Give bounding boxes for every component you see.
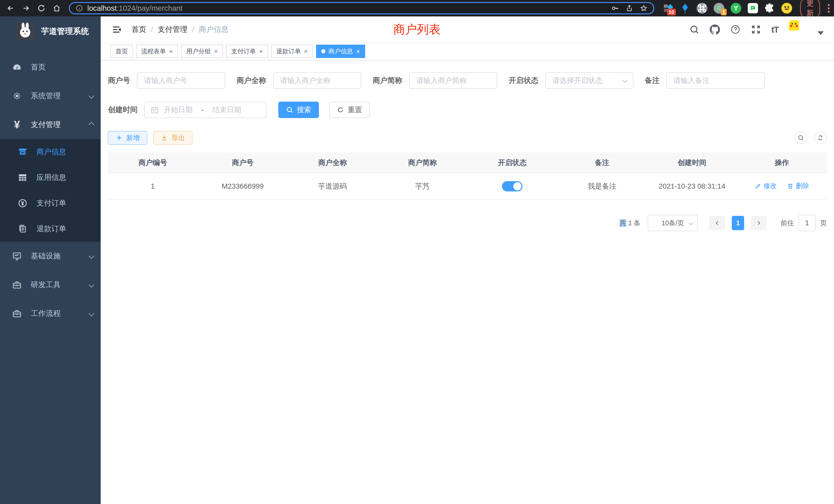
full-name-input[interactable]	[273, 72, 361, 89]
avatar-dropdown-caret[interactable]	[817, 31, 824, 35]
profile-emoji-avatar[interactable]	[781, 3, 792, 14]
tab-user-group[interactable]: 用户分组×	[181, 45, 223, 58]
extension-gray-circle-icon[interactable]: 1	[713, 3, 725, 14]
sidebar-item-label: 支付订单	[37, 198, 66, 208]
extensions-puzzle-icon[interactable]	[764, 3, 775, 14]
extension-command-icon[interactable]	[696, 3, 708, 14]
search-button-label: 搜索	[297, 105, 311, 115]
breadcrumb-home[interactable]: 首页	[131, 24, 146, 35]
status-select[interactable]	[545, 72, 634, 89]
status-toggle[interactable]	[502, 181, 523, 191]
extension-y-icon[interactable]: Y	[730, 3, 742, 14]
extension-tag-icon[interactable]: 10	[662, 3, 674, 14]
cell-full-name: 芋道源码	[288, 173, 377, 200]
export-button[interactable]: 导出	[153, 131, 193, 145]
refresh-table-button[interactable]	[814, 131, 827, 144]
github-icon[interactable]	[710, 24, 720, 35]
pagination-total: 共 1 条	[620, 219, 640, 228]
next-page-button[interactable]	[751, 216, 767, 230]
date-start-placeholder: 开始日期	[164, 105, 193, 115]
prev-page-button[interactable]	[709, 216, 725, 230]
sidebar-item-pay-order[interactable]: 支付订单	[0, 190, 101, 216]
page-number-1[interactable]: 1	[732, 216, 744, 230]
tab-process-form[interactable]: 流程表单×	[136, 45, 178, 58]
date-range-picker[interactable]: 开始日期 - 结束日期	[144, 101, 266, 118]
sidebar-logo[interactable]: 芋道管理系统	[0, 17, 101, 46]
toggle-search-button[interactable]	[794, 131, 807, 144]
tab-refund-order[interactable]: 退款订单×	[271, 45, 313, 58]
browser-back-button[interactable]	[5, 2, 17, 14]
bookmark-star-icon[interactable]	[640, 4, 648, 12]
search-button[interactable]: 搜索	[278, 101, 319, 118]
col-status: 开启状态	[467, 153, 557, 173]
calendar-icon	[151, 106, 159, 114]
address-bar[interactable]: localhost:1024/pay/merchant	[69, 2, 654, 14]
chrome-menu-icon[interactable]	[828, 4, 830, 13]
share-icon[interactable]	[626, 4, 633, 12]
edit-pencil-icon	[755, 183, 761, 189]
breadcrumb-pay[interactable]: 支付管理	[158, 24, 188, 35]
delete-link[interactable]: 删除	[787, 181, 809, 190]
reset-button[interactable]: 重置	[329, 101, 370, 118]
sidebar-item-label: 工作流程	[31, 308, 61, 319]
close-icon[interactable]: ×	[356, 48, 360, 55]
font-size-icon[interactable]: tT	[771, 25, 778, 35]
url-path: :1024/pay/merchant	[116, 4, 182, 12]
browser-home-button[interactable]	[51, 2, 63, 14]
edit-link[interactable]: 修改	[755, 181, 777, 190]
sidebar-item-workflow[interactable]: 工作流程	[0, 299, 101, 328]
close-icon[interactable]: ×	[259, 48, 263, 55]
header-search-icon[interactable]	[689, 24, 699, 35]
sidebar-item-home[interactable]: 首页	[0, 53, 101, 82]
close-icon[interactable]: ×	[169, 48, 173, 55]
fullscreen-icon[interactable]	[751, 24, 761, 35]
status-select-input[interactable]	[545, 72, 634, 89]
short-name-input[interactable]	[409, 72, 497, 89]
toolbox-icon	[11, 280, 23, 290]
date-end-placeholder: 结束日期	[212, 105, 241, 115]
close-icon[interactable]: ×	[214, 48, 218, 55]
extension-chat-icon[interactable]	[747, 3, 759, 14]
sidebar-item-dev-tools[interactable]: 研发工具	[0, 271, 101, 299]
table-row: 1 M233666999 芋道源码 芋艿 我是备注 2021-10-23 08:…	[108, 173, 827, 200]
help-icon[interactable]	[730, 24, 741, 35]
sidebar-item-infra[interactable]: 基础设施	[0, 242, 101, 271]
sidebar-item-pay[interactable]: ¥ 支付管理	[0, 110, 101, 139]
date-separator: -	[201, 106, 204, 114]
full-name-label: 商户全称	[237, 75, 266, 86]
pagination-total-rest: 1 条	[628, 219, 640, 227]
url-host: localhost	[87, 4, 116, 12]
user-avatar[interactable]	[789, 20, 807, 39]
sidebar-item-merchant-info[interactable]: 商户信息	[0, 139, 101, 165]
extension-badge: 10	[667, 9, 676, 16]
browser-chrome: localhost:1024/pay/merchant 10	[0, 0, 834, 17]
cell-remark: 我是备注	[557, 173, 647, 200]
goto-page-input[interactable]	[798, 215, 815, 231]
sidebar-item-system[interactable]: 系统管理	[0, 82, 101, 110]
password-key-icon[interactable]	[611, 4, 619, 12]
sidebar-collapse-icon[interactable]	[111, 24, 123, 36]
tags-view-bar: 首页 流程表单× 用户分组× 支付订单× 退款订单× 商户信息×	[101, 43, 834, 61]
cell-merchant-id: 1	[108, 173, 198, 200]
page-size-select[interactable]: 10条/页	[648, 215, 698, 231]
site-info-icon[interactable]	[75, 4, 83, 12]
browser-reload-button[interactable]	[36, 2, 47, 14]
browser-forward-button[interactable]	[20, 2, 32, 14]
tab-label: 用户分组	[186, 47, 211, 55]
sidebar-item-refund-order[interactable]: 退款订单	[0, 216, 101, 242]
tab-label: 退款订单	[276, 47, 301, 55]
remark-input[interactable]	[666, 72, 765, 89]
tab-pay-order[interactable]: 支付订单×	[226, 45, 268, 58]
add-button[interactable]: 新增	[108, 131, 147, 145]
tab-home[interactable]: 首页	[110, 45, 133, 58]
extension-kite-icon[interactable]	[679, 3, 691, 14]
yen-circle-icon	[17, 198, 29, 208]
tab-label: 流程表单	[141, 47, 166, 55]
close-icon[interactable]: ×	[304, 48, 308, 55]
sidebar-item-app-info[interactable]: 应用信息	[0, 165, 101, 190]
merchant-no-input[interactable]	[137, 72, 225, 89]
chevron-left-icon	[714, 220, 720, 226]
chevron-down-icon	[689, 221, 693, 225]
trash-icon	[787, 183, 794, 189]
tab-merchant-info[interactable]: 商户信息×	[316, 45, 365, 58]
